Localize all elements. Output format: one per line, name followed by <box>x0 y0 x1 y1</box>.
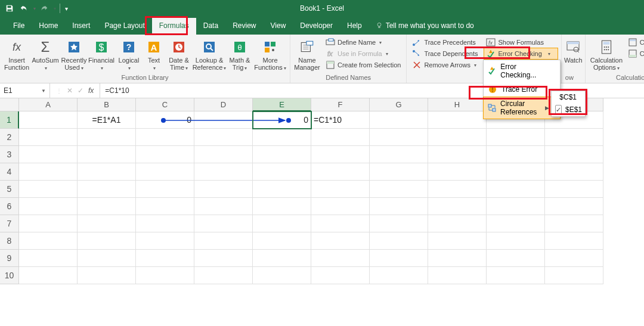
cell-E8[interactable] <box>253 232 311 250</box>
cell-H1[interactable] <box>428 111 487 129</box>
autosum-button[interactable]: Σ AutoSum▾ <box>31 37 60 73</box>
cell-G9[interactable] <box>370 250 428 267</box>
col-header-D[interactable]: D <box>194 98 253 111</box>
enter-formula-icon[interactable]: ✓ <box>78 86 83 95</box>
undo-icon[interactable] <box>18 2 30 14</box>
tell-me-search[interactable]: Tell me what you want to do <box>369 18 480 35</box>
trace-dependents-button[interactable]: Trace Dependents <box>410 48 479 59</box>
create-from-selection-button[interactable]: Create from Selection <box>324 60 402 70</box>
cell-G4[interactable] <box>370 163 428 181</box>
cell-J3[interactable] <box>545 146 603 163</box>
more-functions-button[interactable]: More Functions▾ <box>254 37 286 73</box>
cell-J9[interactable] <box>545 250 603 267</box>
cell-J8[interactable] <box>545 232 603 250</box>
tab-help[interactable]: Help <box>340 18 369 35</box>
cell-I3[interactable] <box>487 146 545 163</box>
menu-trace-error[interactable]: ! Trace Error <box>484 82 560 97</box>
cell-H6[interactable] <box>428 198 487 215</box>
cell-E1[interactable]: 0 <box>253 111 311 129</box>
row-header-9[interactable]: 9 <box>0 250 19 267</box>
fx-bar-icon[interactable]: fx <box>88 86 94 95</box>
cell-F3[interactable] <box>311 146 370 163</box>
calculation-options-button[interactable]: Calculation Options▾ <box>589 37 624 73</box>
cell-C2[interactable] <box>136 129 194 146</box>
cell-C9[interactable] <box>136 250 194 267</box>
cell-F1[interactable]: =C1*10 <box>311 111 370 129</box>
cell-G7[interactable] <box>370 215 428 232</box>
tab-file[interactable]: File <box>6 18 32 35</box>
cell-D4[interactable] <box>194 163 253 181</box>
cell-G8[interactable] <box>370 232 428 250</box>
cell-I7[interactable] <box>487 215 545 232</box>
math-trig-button[interactable]: θ Math & Trig▾ <box>227 37 253 73</box>
cell-E6[interactable] <box>253 198 311 215</box>
qat-customize-icon[interactable]: ▾ <box>65 5 68 12</box>
tab-view[interactable]: View <box>264 18 293 35</box>
tab-review[interactable]: Review <box>225 18 263 35</box>
financial-button[interactable]: $ Financial▾ <box>88 37 114 73</box>
tab-data[interactable]: Data <box>196 18 225 35</box>
cell-A1[interactable] <box>19 111 78 129</box>
cell-J2[interactable] <box>545 129 603 146</box>
show-formulas-button[interactable]: fx Show Formulas <box>484 37 557 48</box>
col-header-G[interactable]: G <box>370 98 428 111</box>
cell-A5[interactable] <box>19 181 78 198</box>
cell-G2[interactable] <box>370 129 428 146</box>
date-time-button[interactable]: Date & Time▾ <box>166 37 192 73</box>
row-header-3[interactable]: 3 <box>0 146 19 163</box>
cell-D3[interactable] <box>194 146 253 163</box>
name-manager-button[interactable]: Name Manager <box>294 37 320 72</box>
cell-C5[interactable] <box>136 181 194 198</box>
row-header-2[interactable]: 2 <box>0 129 19 146</box>
cell-A6[interactable] <box>19 198 78 215</box>
cell-E9[interactable] <box>253 250 311 267</box>
cell-I10[interactable] <box>487 267 545 284</box>
cell-A7[interactable] <box>19 215 78 232</box>
cell-J6[interactable] <box>545 198 603 215</box>
cell-I2[interactable] <box>487 129 545 146</box>
cell-H9[interactable] <box>428 250 487 267</box>
cell-D2[interactable] <box>194 129 253 146</box>
cell-A10[interactable] <box>19 267 78 284</box>
cell-F8[interactable] <box>311 232 370 250</box>
cell-I9[interactable] <box>487 250 545 267</box>
tab-home[interactable]: Home <box>32 18 65 35</box>
tab-insert[interactable]: Insert <box>65 18 97 35</box>
cell-H7[interactable] <box>428 215 487 232</box>
row-header-7[interactable]: 7 <box>0 215 19 232</box>
cell-E7[interactable] <box>253 215 311 232</box>
cell-F7[interactable] <box>311 215 370 232</box>
cell-E5[interactable] <box>253 181 311 198</box>
row-header-5[interactable]: 5 <box>0 181 19 198</box>
cell-F9[interactable] <box>311 250 370 267</box>
cell-C7[interactable] <box>136 215 194 232</box>
cell-E10[interactable] <box>253 267 311 284</box>
cell-F2[interactable] <box>311 129 370 146</box>
col-header-C[interactable]: C <box>136 98 194 111</box>
cell-A3[interactable] <box>19 146 78 163</box>
lookup-button[interactable]: Lookup & Reference▾ <box>193 37 225 73</box>
cell-I4[interactable] <box>487 163 545 181</box>
cell-F6[interactable] <box>311 198 370 215</box>
cell-H5[interactable] <box>428 181 487 198</box>
calculate-sheet-button[interactable]: Calculate S <box>626 48 644 59</box>
cell-G6[interactable] <box>370 198 428 215</box>
circular-ref-c1[interactable]: $C$1 <box>552 91 585 103</box>
undo-dropdown-icon[interactable]: ▾ <box>33 6 36 11</box>
cell-D6[interactable] <box>194 198 253 215</box>
cell-H8[interactable] <box>428 232 487 250</box>
menu-circular-references[interactable]: Circular References ▶ <box>484 97 560 119</box>
cell-A4[interactable] <box>19 163 78 181</box>
text-button[interactable]: A Text▾ <box>143 37 165 73</box>
cell-G10[interactable] <box>370 267 428 284</box>
col-header-A[interactable]: A <box>19 98 78 111</box>
recently-used-button[interactable]: Recently Used▾ <box>61 37 87 73</box>
col-header-H[interactable]: H <box>428 98 487 111</box>
cell-H10[interactable] <box>428 267 487 284</box>
col-header-B[interactable]: B <box>78 98 136 111</box>
cell-A2[interactable] <box>19 129 78 146</box>
row-header-10[interactable]: 10 <box>0 267 19 284</box>
cell-B8[interactable] <box>78 232 136 250</box>
cell-D7[interactable] <box>194 215 253 232</box>
cell-B10[interactable] <box>78 267 136 284</box>
